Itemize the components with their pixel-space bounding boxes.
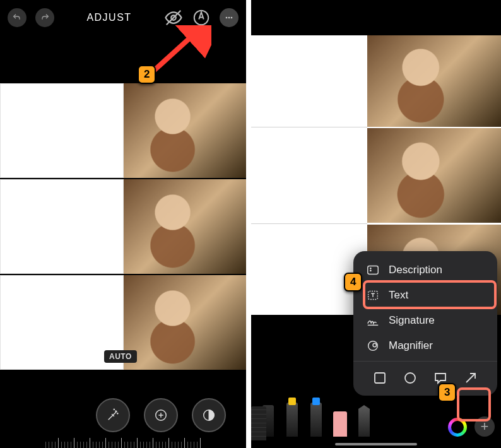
markup-top: [251, 0, 501, 35]
add-button[interactable]: +: [474, 416, 495, 437]
contrast-button[interactable]: [192, 398, 226, 432]
svg-point-8: [114, 409, 115, 410]
svg-point-5: [231, 17, 233, 19]
shape-square-icon[interactable]: [372, 370, 387, 386]
markup-add-menu: Description Text Signature Magnifier: [353, 251, 497, 396]
svg-rect-19: [375, 373, 385, 383]
more-button[interactable]: [220, 8, 239, 27]
svg-point-3: [226, 17, 228, 19]
menu-item-text[interactable]: Text: [353, 283, 497, 308]
photo-canvas[interactable]: [0, 35, 246, 370]
menu-item-signature[interactable]: Signature: [353, 308, 497, 333]
adjust-tools: [0, 398, 246, 432]
svg-point-7: [117, 413, 118, 414]
callout-step4: 4: [344, 273, 362, 292]
eraser-tool[interactable]: [329, 396, 351, 437]
markup-icon[interactable]: [192, 8, 211, 27]
menu-item-magnifier[interactable]: Magnifier: [353, 333, 497, 358]
slider-ruler[interactable]: [0, 433, 246, 448]
redo-button[interactable]: [35, 8, 54, 27]
lasso-tool[interactable]: [353, 396, 375, 437]
menu-label: Description: [389, 264, 442, 276]
svg-point-20: [405, 373, 415, 383]
home-indicator: [335, 443, 417, 445]
menu-shape-row: [353, 364, 497, 388]
ruler-tool[interactable]: [377, 396, 399, 437]
mode-title: ADJUST: [63, 12, 155, 23]
svg-line-21: [466, 374, 475, 382]
exposure-button[interactable]: [144, 398, 178, 432]
auto-badge: AUTO: [104, 350, 137, 363]
menu-label: Magnifier: [389, 339, 433, 352]
markup-toolbar: +: [251, 392, 501, 440]
svg-point-18: [373, 343, 377, 347]
svg-rect-14: [368, 266, 379, 274]
menu-label: Signature: [389, 314, 435, 327]
markup-screen: Description Text Signature Magnifier: [251, 0, 501, 448]
highlighter-blue[interactable]: [305, 396, 327, 437]
callout-step3: 3: [438, 383, 456, 402]
svg-point-6: [115, 411, 117, 412]
auto-enhance-button[interactable]: [96, 398, 130, 432]
undo-button[interactable]: [8, 8, 27, 27]
color-picker[interactable]: [448, 418, 467, 437]
photo-edit-screen: ADJUST AUTO: [0, 0, 246, 448]
menu-label: Text: [389, 289, 408, 302]
callout-step2: 2: [138, 65, 156, 84]
visibility-off-icon[interactable]: [164, 8, 183, 27]
highlighter-yellow[interactable]: [281, 396, 303, 437]
svg-point-4: [228, 17, 230, 19]
top-toolbar: ADJUST: [0, 0, 246, 35]
menu-item-description[interactable]: Description: [353, 257, 497, 283]
shape-arrow-icon[interactable]: [463, 370, 478, 386]
shape-circle-icon[interactable]: [403, 370, 418, 386]
